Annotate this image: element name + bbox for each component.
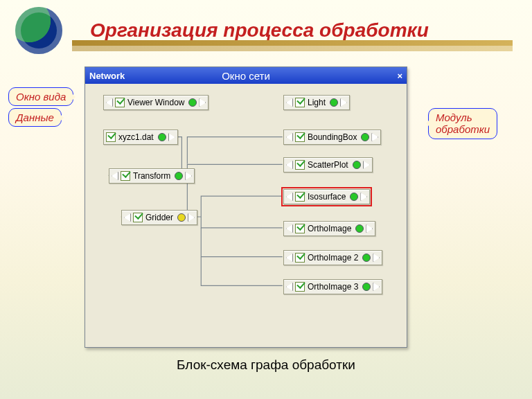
out-port-icon [188, 213, 195, 222]
callout-module: Модуль обработки [428, 108, 497, 139]
node-label: xyzc1.dat [118, 132, 157, 142]
out-dot-icon [362, 254, 371, 262]
out-dot-icon [330, 98, 338, 107]
out-port-icon [373, 283, 380, 291]
callout-data: Данные [8, 108, 62, 127]
checkbox-icon[interactable] [295, 224, 305, 233]
graph-canvas: Viewer Windowxyzc1.datTransformGridderLi… [85, 84, 407, 347]
node-label: Transform [133, 171, 173, 181]
node-ortho3[interactable]: OrthoImage 3 [283, 279, 382, 294]
node-scatter[interactable]: ScatterPlot [283, 157, 373, 172]
network-panel: Network Окно сети × Viewer Windo [85, 66, 407, 348]
checkbox-icon[interactable] [106, 132, 116, 142]
out-port-icon [373, 254, 380, 262]
checkbox-icon[interactable] [295, 98, 305, 107]
node-gridder[interactable]: Gridder [121, 210, 197, 225]
checkbox-icon[interactable] [121, 171, 130, 181]
panel-title-center: Окно сети [85, 70, 407, 82]
out-dot-icon [362, 283, 371, 291]
out-dot-icon [158, 133, 166, 141]
node-viewer[interactable]: Viewer Window [103, 95, 209, 110]
out-port-icon [366, 224, 373, 233]
out-port-icon [199, 98, 206, 107]
out-port-icon [185, 172, 192, 180]
node-label: OrthoImage [308, 224, 354, 233]
out-port-icon [371, 133, 378, 141]
node-label: Gridder [145, 213, 176, 222]
in-port-icon [286, 98, 293, 107]
in-port-icon [124, 213, 131, 222]
checkbox-icon[interactable] [295, 253, 305, 263]
out-port-icon [363, 161, 370, 169]
globe-icon [15, 7, 62, 54]
out-dot-icon [355, 224, 364, 233]
node-label: BoundingBox [308, 132, 360, 142]
in-port-icon [286, 161, 293, 169]
caption: Блок-схема графа обработки [0, 357, 532, 373]
in-port-icon [112, 172, 118, 180]
node-label: Viewer Window [127, 98, 187, 107]
in-port-icon [286, 254, 293, 262]
checkbox-icon[interactable] [115, 98, 125, 107]
checkbox-icon[interactable] [295, 282, 305, 292]
checkbox-icon[interactable] [133, 213, 143, 222]
decor-stripe [72, 46, 513, 51]
node-label: Isosurface [308, 192, 348, 202]
out-dot-icon [175, 172, 183, 180]
node-ortho2[interactable]: OrthoImage 2 [283, 250, 382, 265]
out-dot-icon [177, 213, 186, 222]
page-title: Организация процесса обработки [90, 19, 429, 42]
decor-stripe [72, 40, 513, 46]
out-port-icon [360, 193, 367, 201]
node-label: Light [308, 98, 328, 107]
callout-view-window: Окно вида [8, 87, 73, 106]
node-ortho1[interactable]: OrthoImage [283, 221, 375, 236]
out-dot-icon [361, 133, 369, 141]
node-label: OrthoImage 2 [308, 253, 361, 263]
in-port-icon [286, 224, 293, 233]
checkbox-icon[interactable] [295, 132, 305, 142]
close-icon[interactable]: × [397, 71, 402, 81]
node-isosurf[interactable]: Isosurface [283, 189, 370, 204]
node-label: OrthoImage 3 [308, 282, 361, 292]
in-port-icon [286, 193, 293, 201]
node-bbox[interactable]: BoundingBox [283, 130, 381, 145]
out-dot-icon [353, 161, 361, 169]
node-xyzc[interactable]: xyzc1.dat [103, 130, 178, 145]
checkbox-icon[interactable] [295, 192, 305, 202]
in-port-icon [286, 283, 293, 291]
panel-title-left: Network [89, 71, 125, 81]
panel-titlebar: Network Окно сети × [85, 67, 407, 84]
node-label: ScatterPlot [308, 160, 351, 170]
out-dot-icon [350, 193, 358, 201]
in-port-icon [106, 98, 113, 107]
out-dot-icon [188, 98, 197, 107]
node-transform[interactable]: Transform [109, 168, 195, 184]
out-port-icon [168, 133, 175, 141]
node-light[interactable]: Light [283, 95, 350, 110]
checkbox-icon[interactable] [295, 160, 305, 170]
in-port-icon [286, 133, 293, 141]
out-port-icon [340, 98, 347, 107]
